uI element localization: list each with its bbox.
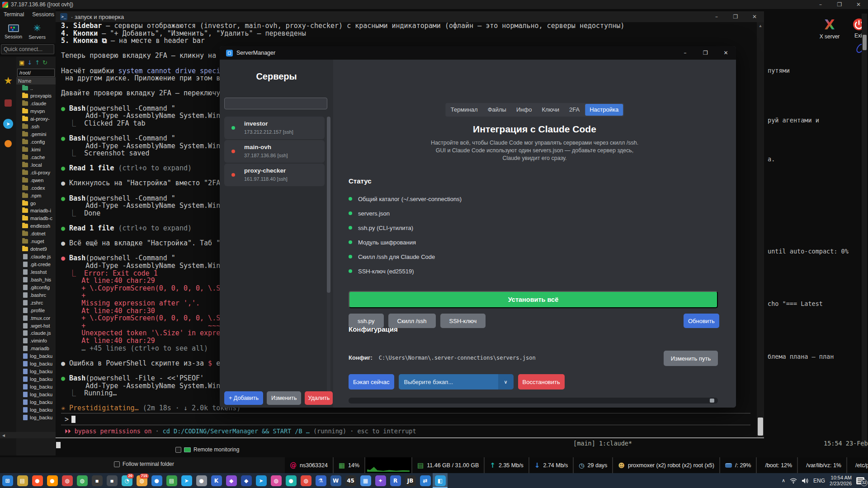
- file-row[interactable]: .ssh: [16, 123, 56, 131]
- download-icon[interactable]: ↓: [27, 59, 32, 66]
- claude-input-box[interactable]: >: [61, 413, 750, 425]
- server-item[interactable]: investor 173.212.212.157 [ssh]: [224, 117, 325, 139]
- file-row[interactable]: endlessh: [16, 222, 56, 230]
- upload-icon[interactable]: ↑: [35, 59, 40, 66]
- file-row[interactable]: ai-proxy-: [16, 115, 56, 123]
- file-row[interactable]: proxyapis: [16, 92, 56, 100]
- server-search-input[interactable]: [224, 98, 327, 109]
- taskbar-edge[interactable]: ◔ 20: [119, 473, 134, 488]
- file-row[interactable]: .git-crede: [16, 261, 56, 268]
- taskbar-app-k[interactable]: K: [209, 473, 224, 488]
- file-row[interactable]: myvpn: [16, 108, 56, 115]
- file-row[interactable]: log_backu: [16, 413, 56, 421]
- file-row[interactable]: .bashrc: [16, 291, 56, 299]
- taskbar-notes-green[interactable]: ▤: [164, 473, 179, 488]
- taskbar-app-flask[interactable]: ⚗: [313, 473, 328, 488]
- file-row[interactable]: log_backu: [16, 406, 56, 413]
- file-row[interactable]: go: [16, 199, 56, 207]
- file-row[interactable]: .tmux.cor: [16, 314, 56, 322]
- file-row[interactable]: .bash_his: [16, 276, 56, 283]
- taskbar-firefox[interactable]: ●: [45, 473, 60, 488]
- file-row[interactable]: .cache: [16, 153, 56, 161]
- quick-install-button[interactable]: SSH-ключ: [440, 314, 486, 328]
- server-item[interactable]: main-ovh 37.187.136.86 [ssh]: [224, 140, 325, 163]
- file-row[interactable]: .mariadb: [16, 345, 56, 352]
- taskbar-plasma[interactable]: ✦: [373, 473, 388, 488]
- file-row[interactable]: .qwen: [16, 176, 56, 184]
- servers-button[interactable]: ✳ Servers: [28, 20, 46, 43]
- sftp-icon[interactable]: [3, 98, 13, 108]
- file-row[interactable]: .wget-hst: [16, 322, 56, 329]
- taskbar-brave[interactable]: ●: [30, 473, 45, 488]
- taskbar-jetbrains[interactable]: JB: [403, 473, 418, 488]
- taskbar-app-blue-grid[interactable]: ▦: [358, 473, 373, 488]
- server-item[interactable]: proxy-checker 161.97.118.40 [ssh]: [224, 164, 325, 186]
- taskbar-browser-profile-2[interactable]: ◍: [75, 473, 90, 488]
- file-row[interactable]: .viminfo: [16, 337, 56, 345]
- file-row[interactable]: log_backu: [16, 368, 56, 375]
- xserver-button[interactable]: X X server: [811, 18, 848, 40]
- taskbar-quick-share[interactable]: ⇄: [418, 473, 433, 488]
- file-row[interactable]: log_backu: [16, 391, 56, 399]
- telegram-dock-icon[interactable]: ➤: [3, 119, 13, 129]
- taskbar-browser-profile-3[interactable]: ◍ 715: [134, 473, 149, 488]
- background-scrollbar[interactable]: [862, 14, 867, 447]
- file-row[interactable]: .profile: [16, 306, 56, 314]
- keyboard-language[interactable]: ENG: [813, 478, 825, 484]
- taskbar-app-dark-2[interactable]: ▪: [104, 473, 119, 488]
- tab[interactable]: Ключи: [537, 104, 564, 116]
- file-row[interactable]: .lesshst: [16, 268, 56, 276]
- sidebar-scrollbar-thumb[interactable]: [327, 117, 330, 293]
- taskbar-app-gray[interactable]: ●: [194, 473, 209, 488]
- tab[interactable]: Файлы: [483, 104, 511, 116]
- taskbar-app-blue-ball[interactable]: ●: [149, 473, 164, 488]
- path-input[interactable]: /root/: [17, 69, 55, 77]
- sm-close-button[interactable]: [716, 46, 736, 60]
- file-panel-hscroll[interactable]: ◄: [0, 432, 56, 438]
- file-row[interactable]: .local: [16, 161, 56, 169]
- taskbar-telegram[interactable]: ➤: [179, 473, 194, 488]
- taskbar-start[interactable]: ⊞: [0, 473, 15, 488]
- taskbar-vscode[interactable]: ◧: [433, 473, 448, 488]
- taskbar-app-navy[interactable]: ◆: [239, 473, 254, 488]
- file-row[interactable]: .npm: [16, 192, 56, 199]
- quick-connect-input[interactable]: Quick connect...: [1, 44, 54, 54]
- taskbar-file-explorer[interactable]: ▤: [15, 473, 30, 488]
- file-row[interactable]: log_backu: [16, 360, 56, 368]
- taskbar-app-dark-1[interactable]: ▪: [90, 473, 104, 488]
- favorites-star-icon[interactable]: ★: [3, 75, 13, 85]
- refresh-icon[interactable]: ↻: [42, 59, 47, 66]
- file-row[interactable]: dotnet9: [16, 245, 56, 253]
- backup-now-button[interactable]: Бэкап сейчас: [349, 374, 394, 389]
- tray-expand-icon[interactable]: [782, 478, 785, 483]
- file-row[interactable]: log_backu: [16, 375, 56, 383]
- tab[interactable]: Терминал: [446, 104, 482, 116]
- file-row[interactable]: .nuget: [16, 238, 56, 245]
- file-row[interactable]: ..: [16, 84, 56, 92]
- background-scrollbar-thumb[interactable]: [863, 35, 867, 50]
- file-row[interactable]: .claude: [16, 100, 56, 108]
- file-row[interactable]: .claude.js: [16, 253, 56, 261]
- tab[interactable]: Настройка: [585, 104, 623, 116]
- notification-center-icon[interactable]: 32: [856, 477, 864, 484]
- taskbar-telegram-2[interactable]: ➤: [254, 473, 269, 488]
- tab[interactable]: Инфо: [512, 104, 536, 116]
- checkbox-icon[interactable]: [114, 461, 120, 467]
- taskbar-chrome[interactable]: ◍: [298, 473, 313, 488]
- change-path-button[interactable]: Изменить путь: [664, 351, 718, 366]
- terminal-minimize-button[interactable]: [707, 12, 726, 21]
- file-row[interactable]: .zshrc: [16, 299, 56, 306]
- taskbar-browser-profile-1[interactable]: ◍: [60, 473, 75, 488]
- taskbar-app-45[interactable]: 45: [343, 473, 358, 488]
- volume-icon[interactable]: [802, 478, 809, 484]
- file-row[interactable]: .kimi: [16, 146, 56, 154]
- taskbar-app-pink[interactable]: ◍: [269, 473, 283, 488]
- edit-server-button[interactable]: Изменить: [267, 391, 301, 405]
- taskbar-app-teal[interactable]: ●: [283, 473, 298, 488]
- menu-sessions[interactable]: Sessions: [32, 11, 54, 18]
- remote-monitoring-option[interactable]: Remote monitoring: [175, 446, 239, 453]
- file-row[interactable]: log_backu: [16, 352, 56, 360]
- delete-server-button[interactable]: Удалить: [305, 391, 333, 405]
- terminal-scrollbar[interactable]: ▲ ▼: [757, 22, 764, 437]
- add-server-button[interactable]: + Добавить: [224, 391, 263, 405]
